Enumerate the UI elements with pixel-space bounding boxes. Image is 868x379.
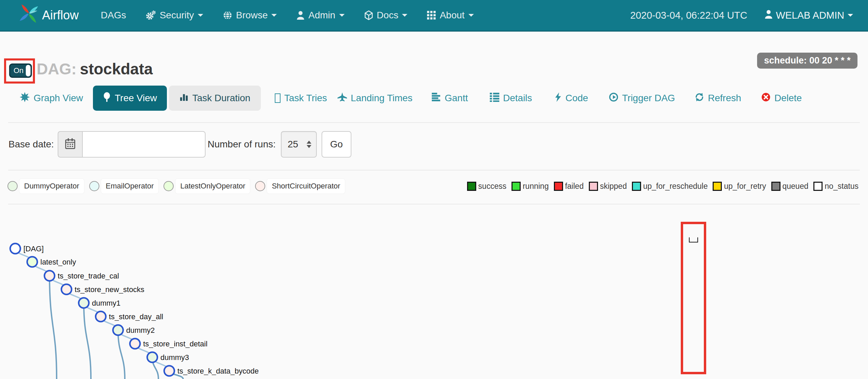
run-controls: Base date: Number of runs: 25 Go xyxy=(0,131,868,158)
divider xyxy=(8,170,860,170)
tree-node[interactable] xyxy=(113,325,123,335)
status-label: queued xyxy=(783,182,809,191)
gears-icon xyxy=(146,11,156,20)
base-date-label: Base date: xyxy=(8,131,54,158)
status-color-square xyxy=(813,182,823,191)
status-color-square xyxy=(713,182,722,191)
status-legend-item: up_for_retry xyxy=(713,182,766,191)
chevron-down-icon xyxy=(848,14,853,19)
chevron-down-icon xyxy=(339,14,345,19)
calendar-icon xyxy=(65,138,76,151)
nav-browse[interactable]: Browse xyxy=(223,10,277,21)
nav-security[interactable]: Security xyxy=(146,10,203,21)
tree-node[interactable] xyxy=(61,284,72,294)
operator-legend-item: DummyOperator xyxy=(7,178,84,194)
tree-node-label: [DAG] xyxy=(23,245,44,253)
tab-graph-view[interactable]: Graph View xyxy=(20,86,83,111)
tab-trigger-dag[interactable]: Trigger DAG xyxy=(609,86,675,111)
operator-color-circle xyxy=(7,181,18,191)
user-icon xyxy=(765,10,773,21)
status-label: running xyxy=(523,182,549,191)
tree-node-label: dummy2 xyxy=(126,326,155,335)
divider xyxy=(8,122,860,123)
tree-node[interactable] xyxy=(79,298,89,308)
operator-color-circle xyxy=(255,181,265,191)
tab-task-duration[interactable]: Task Duration xyxy=(169,86,261,111)
tab-code[interactable]: Code xyxy=(554,86,588,111)
toggle-on-label: On xyxy=(14,66,23,75)
tab-refresh[interactable]: Refresh xyxy=(695,86,741,111)
operator-name-chip: LatestOnlyOperator xyxy=(175,178,250,194)
dag-pause-toggle[interactable]: On xyxy=(9,64,32,78)
go-button[interactable]: Go xyxy=(322,131,351,158)
page-title: DAG:stockdata xyxy=(37,60,153,78)
number-of-runs-select[interactable]: 25 xyxy=(281,131,317,158)
status-label: success xyxy=(478,182,506,191)
dag-view-tabs: Graph View Tree View Task Duration Task … xyxy=(0,86,868,111)
bar-chart-icon xyxy=(179,92,189,104)
nav-about[interactable]: About xyxy=(427,10,474,21)
calendar-button[interactable] xyxy=(58,131,82,158)
select-spinner-icon xyxy=(307,138,311,150)
status-legend-item: success xyxy=(467,182,506,191)
status-legend-item: queued xyxy=(771,182,809,191)
tree-node[interactable] xyxy=(44,271,55,281)
status-color-square xyxy=(554,182,563,191)
tree-node[interactable] xyxy=(96,311,106,322)
play-circle-icon xyxy=(609,92,618,104)
status-color-square xyxy=(467,182,476,191)
tab-details[interactable]: Details xyxy=(490,86,532,111)
status-legend: successrunningfailedskippedup_for_resche… xyxy=(467,176,859,196)
tab-task-tries[interactable]: Task Tries xyxy=(275,86,327,111)
tree-link-drop xyxy=(118,330,125,379)
status-legend-item: up_for_reschedule xyxy=(632,182,708,191)
status-label: no_status xyxy=(825,182,859,191)
tree-link-drop xyxy=(50,276,57,379)
user-menu[interactable]: WELAB ADMIN xyxy=(765,0,853,31)
status-label: up_for_retry xyxy=(724,182,766,191)
tab-landing-times[interactable]: Landing Times xyxy=(337,86,412,111)
gantt-bars-icon xyxy=(432,92,441,104)
status-label: failed xyxy=(565,182,584,191)
tab-tree-view[interactable]: Tree View xyxy=(93,86,167,111)
schedule-badge: schedule: 00 20 * * * xyxy=(757,53,857,69)
nav-admin[interactable]: Admin xyxy=(296,10,344,21)
status-color-square xyxy=(512,182,521,191)
operator-name-chip: EmailOperator xyxy=(101,178,159,194)
tree-node[interactable] xyxy=(27,257,37,267)
tree-node[interactable] xyxy=(164,366,174,376)
tab-gantt[interactable]: Gantt xyxy=(432,86,468,111)
delete-circle-icon xyxy=(761,92,771,104)
operator-name-chip: DummyOperator xyxy=(19,178,84,194)
status-label: up_for_reschedule xyxy=(643,182,708,191)
cube-icon xyxy=(364,11,373,20)
operator-legend: DummyOperatorEmailOperatorLatestOnlyOper… xyxy=(7,176,345,196)
tree-svg: [DAG]latest_onlyts_store_trade_calts_sto… xyxy=(0,205,868,379)
user-name: WELAB ADMIN xyxy=(776,10,844,21)
nav-docs[interactable]: Docs xyxy=(364,10,408,21)
base-date-input[interactable] xyxy=(82,131,206,158)
user-icon xyxy=(296,11,305,20)
globe-icon xyxy=(223,11,232,20)
chevron-down-icon xyxy=(198,14,203,19)
list-icon xyxy=(490,92,499,104)
toggle-knob xyxy=(26,65,31,76)
status-legend-item: failed xyxy=(554,182,584,191)
dag-name: stockdata xyxy=(80,60,153,78)
tree-node[interactable] xyxy=(130,339,140,349)
operator-legend-item: ShortCircuitOperator xyxy=(255,178,345,194)
airflow-brand[interactable]: Airflow xyxy=(19,4,79,26)
airflow-logo-icon xyxy=(19,4,39,26)
nav-dags[interactable]: DAGs xyxy=(101,10,126,21)
tree-node[interactable] xyxy=(10,243,20,254)
navbar: Airflow DAGs Security xyxy=(0,0,868,32)
tree-node-label: ts_store_day_all xyxy=(109,312,163,321)
tree-node-label: dummy1 xyxy=(92,299,120,307)
chevron-down-icon xyxy=(468,14,474,19)
status-color-square xyxy=(589,182,598,191)
tree-node[interactable] xyxy=(147,352,157,362)
operator-name-chip: ShortCircuitOperator xyxy=(267,178,345,194)
operator-color-circle xyxy=(89,181,99,191)
brand-label: Airflow xyxy=(42,8,79,22)
tab-delete[interactable]: Delete xyxy=(761,86,802,111)
